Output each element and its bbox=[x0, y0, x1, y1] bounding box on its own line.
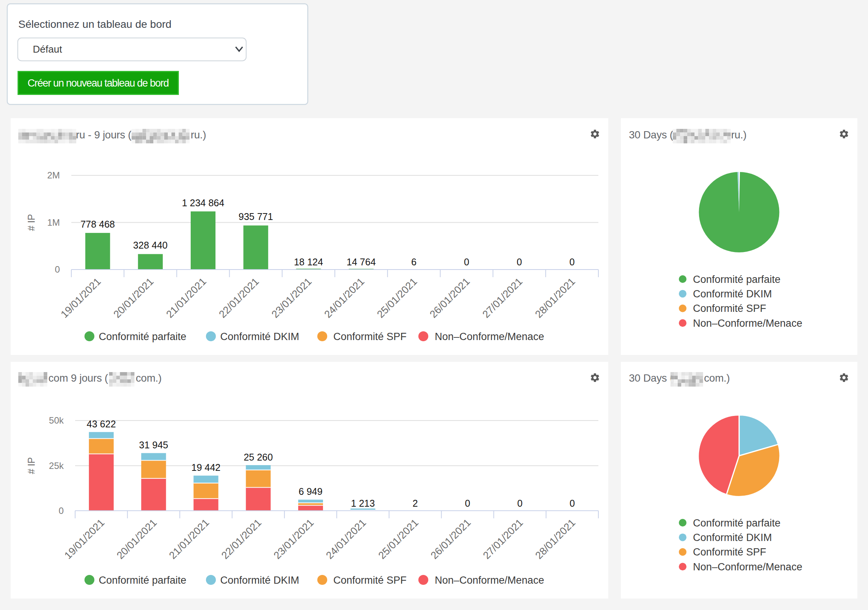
svg-text:Conformité DKIM: Conformité DKIM bbox=[693, 288, 772, 300]
svg-text:935 771: 935 771 bbox=[239, 211, 273, 222]
svg-text:ru - 9 jours (: ru - 9 jours ( bbox=[76, 129, 131, 141]
svg-text:1 213: 1 213 bbox=[351, 498, 375, 509]
svg-text:Conformité SPF: Conformité SPF bbox=[693, 303, 766, 314]
svg-text:1 234 864: 1 234 864 bbox=[182, 197, 224, 208]
svg-text:14 764: 14 764 bbox=[347, 257, 376, 267]
svg-text:0: 0 bbox=[464, 257, 469, 267]
svg-text:Créer un nouveau tableau de bo: Créer un nouveau tableau de bord bbox=[27, 77, 169, 89]
svg-text:Conformité parfaite: Conformité parfaite bbox=[99, 331, 186, 342]
svg-text:0: 0 bbox=[569, 257, 575, 267]
svg-text:328 440: 328 440 bbox=[133, 240, 167, 250]
svg-text:19 442: 19 442 bbox=[191, 462, 220, 473]
svg-text:0: 0 bbox=[517, 498, 522, 509]
svg-text:25k: 25k bbox=[49, 461, 64, 471]
svg-text:Conformité SPF: Conformité SPF bbox=[693, 546, 766, 558]
svg-text:30 Days (: 30 Days ( bbox=[629, 372, 673, 384]
svg-text:50k: 50k bbox=[49, 415, 64, 425]
svg-text:Conformité SPF: Conformité SPF bbox=[333, 331, 407, 342]
svg-text:Conformité SPF: Conformité SPF bbox=[333, 575, 407, 586]
svg-text:2: 2 bbox=[413, 498, 418, 509]
svg-text:18 124: 18 124 bbox=[294, 257, 323, 267]
svg-text:com.): com.) bbox=[704, 372, 730, 384]
svg-text:25 260: 25 260 bbox=[244, 452, 273, 462]
svg-text:Non–Conforme/Menace: Non–Conforme/Menace bbox=[435, 575, 544, 586]
svg-text:0: 0 bbox=[569, 498, 575, 509]
svg-text:6 949: 6 949 bbox=[299, 486, 323, 497]
svg-text:Défaut: Défaut bbox=[33, 43, 62, 55]
svg-text:Non–Conforme/Menace: Non–Conforme/Menace bbox=[693, 561, 802, 573]
svg-text:0: 0 bbox=[465, 498, 470, 509]
svg-text:Conformité parfaite: Conformité parfaite bbox=[693, 517, 781, 529]
svg-text:ru.): ru.) bbox=[731, 129, 746, 141]
svg-text:2M: 2M bbox=[47, 170, 60, 180]
svg-text:Sélectionnez un tableau de bor: Sélectionnez un tableau de bord bbox=[18, 18, 172, 30]
svg-text:ru.): ru.) bbox=[191, 129, 206, 141]
svg-text:Conformité DKIM: Conformité DKIM bbox=[220, 331, 299, 342]
svg-text:0: 0 bbox=[59, 506, 64, 516]
svg-text:# IP: # IP bbox=[26, 457, 37, 474]
svg-text:com.): com.) bbox=[136, 372, 162, 384]
svg-text:Non–Conforme/Menace: Non–Conforme/Menace bbox=[693, 318, 802, 329]
svg-text:0: 0 bbox=[517, 257, 522, 267]
svg-text:1M: 1M bbox=[47, 217, 60, 228]
svg-text:6: 6 bbox=[411, 257, 416, 267]
svg-text:43 622: 43 622 bbox=[87, 419, 116, 429]
svg-text:Conformité parfaite: Conformité parfaite bbox=[99, 575, 186, 586]
svg-text:com 9 jours (: com 9 jours ( bbox=[48, 372, 108, 384]
svg-text:31 945: 31 945 bbox=[139, 440, 168, 450]
svg-text:# IP: # IP bbox=[26, 214, 37, 231]
svg-text:0: 0 bbox=[55, 264, 60, 274]
svg-text:Conformité DKIM: Conformité DKIM bbox=[220, 575, 299, 586]
svg-text:Conformité DKIM: Conformité DKIM bbox=[693, 532, 772, 543]
svg-text:778 468: 778 468 bbox=[80, 219, 115, 230]
svg-text:Non–Conforme/Menace: Non–Conforme/Menace bbox=[435, 331, 544, 342]
svg-text:Conformité parfaite: Conformité parfaite bbox=[693, 274, 781, 285]
svg-text:30 Days (: 30 Days ( bbox=[629, 129, 673, 141]
